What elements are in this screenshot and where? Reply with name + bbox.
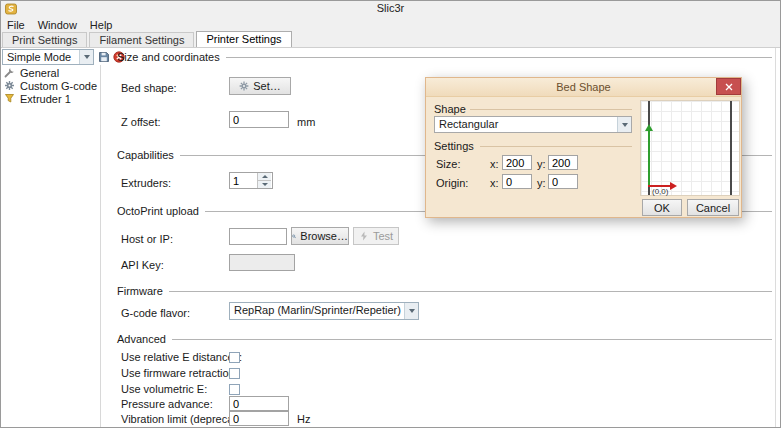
shape-select-value: Rectangular (435, 117, 617, 132)
tree-item-extruder-1[interactable]: Extruder 1 (4, 92, 98, 105)
tree-item-label: General (20, 67, 59, 79)
browse-button[interactable]: Browse… (291, 227, 349, 245)
section-title: Advanced (117, 333, 166, 345)
extruders-label: Extruders: (121, 177, 171, 189)
size-y-input[interactable] (548, 155, 578, 170)
gcode-flavor-select[interactable]: RepRap (Marlin/Sprinter/Repetier) (229, 302, 419, 320)
section-rule (172, 339, 772, 340)
shape-group-rule (470, 109, 632, 110)
gcode-flavor-label: G-code flavor: (121, 307, 190, 319)
tab-filament-settings[interactable]: Filament Settings (89, 32, 194, 47)
chevron-down-icon (404, 303, 418, 319)
bed-shape-label: Bed shape: (121, 82, 177, 94)
y-axis-line (648, 131, 650, 187)
size-label: Size: (436, 158, 460, 170)
settings-group-rule (480, 146, 632, 147)
firmware-retraction-checkbox[interactable] (229, 368, 240, 379)
gcode-flavor-value: RepRap (Marlin/Sprinter/Repetier) (230, 303, 404, 319)
origin-annotation: (0,0) (652, 187, 668, 196)
tree-item-general[interactable]: General (4, 66, 98, 79)
shape-group-label: Shape (434, 103, 466, 115)
vibration-limit-unit: Hz (297, 413, 310, 425)
origin-y-input[interactable] (548, 174, 578, 189)
section-title: OctoPrint upload (117, 205, 199, 217)
section-rule (226, 57, 772, 58)
settings-group-label: Settings (434, 140, 474, 152)
y-axis-arrow-icon (645, 124, 653, 131)
api-key-input (229, 254, 295, 271)
spinner-buttons[interactable] (257, 173, 271, 188)
set-gear-icon (239, 81, 249, 91)
window-title: Slic3r (1, 2, 780, 14)
save-preset-icon[interactable] (98, 51, 110, 63)
firmware-retraction-label: Use firmware retraction: (121, 367, 238, 379)
relative-e-label: Use relative E distances: (121, 351, 242, 363)
api-key-label: API Key: (121, 259, 164, 271)
section-rule (169, 291, 772, 292)
tab-bar: Print Settings Filament Settings Printer… (1, 32, 780, 48)
bed-shape-dialog: Bed Shape Shape Rectangular Settings Siz… (425, 77, 742, 218)
extruders-spinner[interactable] (229, 172, 273, 189)
browse-button-label: Browse… (300, 230, 348, 242)
relative-e-checkbox[interactable] (229, 352, 240, 363)
bed-shape-set-button[interactable]: Set… (229, 77, 291, 95)
set-button-label: Set… (253, 80, 281, 92)
chevron-down-icon (617, 117, 631, 132)
tab-printer-settings[interactable]: Printer Settings (196, 31, 291, 47)
wrench-icon (4, 67, 15, 78)
shape-select[interactable]: Rectangular (434, 116, 632, 133)
size-x-label: x: (490, 158, 499, 170)
extruders-input[interactable] (230, 173, 257, 188)
cancel-button[interactable]: Cancel (687, 199, 739, 216)
menu-help[interactable]: Help (90, 19, 113, 31)
volumetric-e-label: Use volumetric E: (121, 383, 207, 395)
section-title: Firmware (117, 285, 163, 297)
origin-y-label: y: (537, 177, 546, 189)
tree-item-label: Custom G-code (20, 80, 97, 92)
ok-button[interactable]: OK (642, 199, 682, 216)
test-button: Test (353, 227, 399, 245)
bed-preview: (0,0) (640, 100, 740, 196)
host-input[interactable] (229, 228, 287, 245)
test-icon (359, 231, 369, 241)
settings-tree: General Custom G-code Extruder 1 (4, 66, 98, 105)
bed-right-edge (730, 101, 732, 195)
origin-x-label: x: (490, 177, 499, 189)
title-bar: Slic3r (1, 1, 780, 17)
z-offset-input[interactable] (229, 111, 289, 128)
spinner-down-icon[interactable] (258, 180, 271, 188)
mode-select[interactable]: Simple Mode (2, 49, 94, 65)
section-advanced: Advanced (117, 333, 772, 345)
tree-item-label: Extruder 1 (20, 93, 71, 105)
pressure-advance-label: Pressure advance: (121, 398, 213, 410)
dialog-title: Bed Shape (426, 81, 741, 93)
tree-item-custom-gcode[interactable]: Custom G-code (4, 79, 98, 92)
size-x-input[interactable] (502, 155, 532, 170)
section-firmware: Firmware (117, 285, 772, 297)
origin-x-input[interactable] (502, 174, 532, 189)
scrollbar-track[interactable] (775, 48, 776, 427)
chevron-down-icon (79, 50, 93, 64)
menu-file[interactable]: File (7, 19, 25, 31)
x-axis-arrow-icon (670, 182, 677, 190)
z-offset-label: Z offset: (121, 116, 161, 128)
spinner-up-icon[interactable] (258, 173, 271, 180)
tab-print-settings[interactable]: Print Settings (2, 32, 87, 47)
slic3r-window: Slic3r File Window Help Print Settings F… (0, 0, 781, 428)
menu-window[interactable]: Window (38, 19, 77, 31)
sidebar-divider (100, 65, 101, 427)
browse-icon (292, 231, 296, 242)
close-icon (725, 83, 733, 91)
section-title: Capabilities (117, 149, 174, 161)
origin-label: Origin: (436, 177, 468, 189)
mode-select-value: Simple Mode (3, 50, 79, 64)
gear-icon (4, 80, 15, 91)
dialog-title-bar: Bed Shape (426, 78, 741, 97)
menu-bar: File Window Help (1, 17, 780, 32)
volumetric-e-checkbox[interactable] (229, 384, 240, 395)
size-y-label: y: (537, 158, 546, 170)
dialog-close-button[interactable] (716, 78, 741, 95)
pressure-advance-input[interactable] (229, 396, 289, 411)
vibration-limit-input[interactable] (229, 411, 289, 426)
z-offset-unit: mm (297, 116, 315, 128)
